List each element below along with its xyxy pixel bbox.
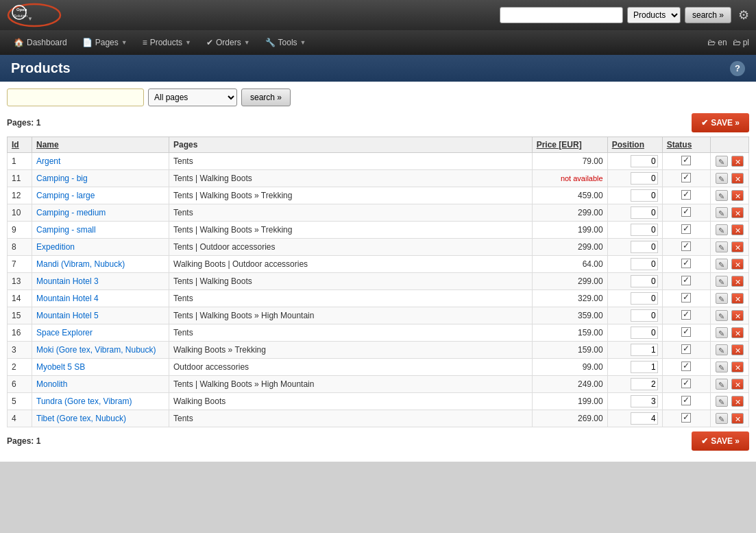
edit-icon[interactable]: ✎ bbox=[716, 190, 728, 201]
status-checkbox[interactable] bbox=[681, 327, 691, 337]
delete-icon[interactable]: ✕ bbox=[731, 241, 744, 252]
lang-pl[interactable]: 🗁 pl bbox=[733, 38, 749, 47]
edit-icon[interactable]: ✎ bbox=[716, 396, 728, 407]
edit-icon[interactable]: ✎ bbox=[716, 173, 728, 184]
edit-icon[interactable]: ✎ bbox=[716, 276, 728, 287]
edit-icon[interactable]: ✎ bbox=[716, 259, 728, 270]
delete-icon[interactable]: ✕ bbox=[731, 327, 744, 338]
sort-name[interactable]: Name bbox=[36, 140, 59, 150]
global-search-button[interactable]: search » bbox=[685, 7, 731, 23]
product-link[interactable]: Camping - medium bbox=[36, 208, 106, 217]
product-link[interactable]: Expedition bbox=[36, 242, 75, 252]
status-checkbox[interactable] bbox=[681, 344, 691, 354]
pages-filter-select[interactable]: All pages bbox=[148, 88, 237, 106]
position-input[interactable] bbox=[631, 344, 658, 356]
status-checkbox[interactable] bbox=[681, 362, 691, 371]
edit-icon[interactable]: ✎ bbox=[716, 327, 728, 338]
position-input[interactable] bbox=[631, 241, 658, 253]
edit-icon[interactable]: ✎ bbox=[716, 241, 728, 252]
product-link[interactable]: Camping - big bbox=[36, 174, 88, 183]
delete-icon[interactable]: ✕ bbox=[731, 362, 744, 372]
delete-icon[interactable]: ✕ bbox=[731, 224, 744, 235]
sort-price[interactable]: Price [EUR] bbox=[537, 140, 582, 150]
product-link[interactable]: Argent bbox=[36, 156, 60, 166]
nav-orders[interactable]: ✔ Orders ▼ bbox=[199, 34, 257, 51]
product-link[interactable]: Mandi (Vibram, Nubuck) bbox=[36, 259, 125, 269]
settings-icon[interactable]: ⚙ bbox=[738, 8, 749, 23]
delete-icon[interactable]: ✕ bbox=[731, 396, 744, 407]
product-link[interactable]: Mountain Hotel 5 bbox=[36, 311, 99, 320]
position-input[interactable] bbox=[631, 275, 658, 287]
delete-icon[interactable]: ✕ bbox=[731, 207, 744, 218]
edit-icon[interactable]: ✎ bbox=[716, 207, 728, 218]
edit-icon[interactable]: ✎ bbox=[716, 293, 728, 304]
product-link[interactable]: Tibet (Gore tex, Nubuck) bbox=[36, 414, 126, 423]
edit-icon[interactable]: ✎ bbox=[716, 413, 728, 424]
lang-en[interactable]: 🗁 en bbox=[707, 38, 727, 47]
nav-dashboard[interactable]: 🏠 Dashboard bbox=[7, 34, 74, 51]
delete-icon[interactable]: ✕ bbox=[731, 293, 744, 304]
status-checkbox[interactable] bbox=[681, 173, 691, 182]
delete-icon[interactable]: ✕ bbox=[731, 259, 744, 270]
status-checkbox[interactable] bbox=[681, 207, 691, 217]
global-search-select[interactable]: Products Pages Orders bbox=[627, 7, 681, 23]
search-button[interactable]: search » bbox=[241, 88, 291, 106]
position-input[interactable] bbox=[631, 224, 658, 236]
position-input[interactable] bbox=[631, 412, 658, 425]
product-link[interactable]: Space Explorer bbox=[36, 328, 93, 337]
product-link[interactable]: Mountain Hotel 4 bbox=[36, 294, 99, 303]
position-input[interactable] bbox=[631, 172, 658, 185]
product-link[interactable]: Tundra (Gore tex, Vibram) bbox=[36, 396, 132, 406]
status-checkbox[interactable] bbox=[681, 413, 691, 423]
product-link[interactable]: Camping - small bbox=[36, 225, 96, 235]
edit-icon[interactable]: ✎ bbox=[716, 224, 728, 235]
position-input[interactable] bbox=[631, 155, 658, 167]
position-input[interactable] bbox=[631, 292, 658, 305]
edit-icon[interactable]: ✎ bbox=[716, 310, 728, 321]
product-link[interactable]: Camping - large bbox=[36, 191, 95, 200]
position-input[interactable] bbox=[631, 395, 658, 407]
status-checkbox[interactable] bbox=[681, 293, 691, 303]
product-link[interactable]: Mountain Hotel 3 bbox=[36, 276, 99, 286]
position-input[interactable] bbox=[631, 206, 658, 219]
status-checkbox[interactable] bbox=[681, 259, 691, 268]
status-checkbox[interactable] bbox=[681, 156, 691, 165]
sort-position[interactable]: Position bbox=[612, 140, 644, 150]
delete-icon[interactable]: ✕ bbox=[731, 276, 744, 287]
nav-pages[interactable]: 📄 Pages ▼ bbox=[75, 34, 134, 51]
status-checkbox[interactable] bbox=[681, 190, 691, 200]
position-input[interactable] bbox=[631, 189, 658, 202]
delete-icon[interactable]: ✕ bbox=[731, 310, 744, 321]
nav-tools[interactable]: 🔧 Tools ▼ bbox=[258, 34, 313, 51]
status-checkbox[interactable] bbox=[681, 224, 691, 234]
product-link[interactable]: Myobelt 5 SB bbox=[36, 362, 85, 372]
product-link[interactable]: Moki (Gore tex, Vibram, Nubuck) bbox=[36, 345, 156, 355]
position-input[interactable] bbox=[631, 258, 658, 270]
status-checkbox[interactable] bbox=[681, 396, 691, 405]
save-button-bottom[interactable]: SAVE » bbox=[692, 431, 749, 451]
position-input[interactable] bbox=[631, 378, 658, 390]
sort-id[interactable]: Id bbox=[12, 140, 19, 150]
delete-icon[interactable]: ✕ bbox=[731, 379, 744, 390]
delete-icon[interactable]: ✕ bbox=[731, 344, 744, 355]
global-search-input[interactable] bbox=[500, 7, 623, 23]
status-checkbox[interactable] bbox=[681, 276, 691, 285]
edit-icon[interactable]: ✎ bbox=[716, 344, 728, 355]
edit-icon[interactable]: ✎ bbox=[716, 362, 728, 372]
status-checkbox[interactable] bbox=[681, 310, 691, 320]
position-input[interactable] bbox=[631, 327, 658, 339]
delete-icon[interactable]: ✕ bbox=[731, 156, 744, 167]
edit-icon[interactable]: ✎ bbox=[716, 379, 728, 390]
status-checkbox[interactable] bbox=[681, 241, 691, 251]
position-input[interactable] bbox=[631, 361, 658, 373]
delete-icon[interactable]: ✕ bbox=[731, 173, 744, 184]
delete-icon[interactable]: ✕ bbox=[731, 190, 744, 201]
edit-icon[interactable]: ✎ bbox=[716, 156, 728, 167]
help-icon[interactable]: ? bbox=[730, 61, 745, 76]
product-link[interactable]: Monolith bbox=[36, 379, 67, 389]
delete-icon[interactable]: ✕ bbox=[731, 413, 744, 424]
save-button-top[interactable]: SAVE » bbox=[692, 113, 749, 132]
logo[interactable]: Open Solution ▼ bbox=[7, 3, 62, 27]
nav-products[interactable]: ≡ Products ▼ bbox=[136, 34, 198, 51]
sort-status[interactable]: Status bbox=[667, 140, 692, 150]
